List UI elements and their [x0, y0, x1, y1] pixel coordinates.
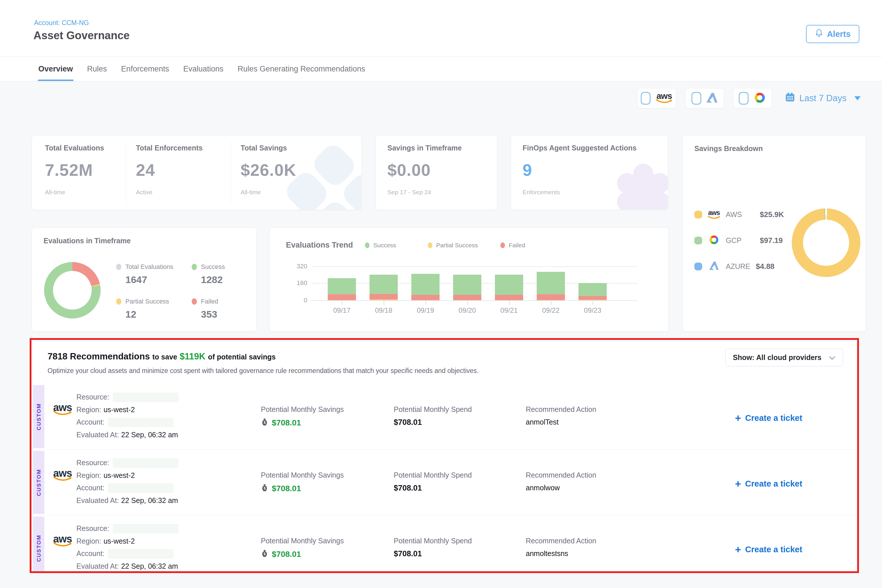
monthly-spend-value: $708.01 — [394, 418, 422, 427]
region-value: us-west-2 — [104, 405, 135, 414]
create-ticket-button[interactable]: + Create a ticket — [735, 479, 802, 489]
svg-text:$: $ — [264, 486, 266, 490]
recommended-action-value: anmoltestsns — [526, 549, 568, 558]
x-axis-label: 09/23 — [572, 306, 613, 315]
tab-bar: Overview Rules Enforcements Evaluations … — [38, 57, 365, 81]
cloud-provider-filter-dropdown[interactable]: Show: All cloud providers — [725, 348, 843, 366]
x-axis-tick — [467, 301, 468, 305]
legend-partial-success: Partial Success 12 — [116, 298, 169, 320]
potential-monthly-spend-column: Potential Monthly Spend $708.01 — [394, 537, 472, 558]
savings-in-timeframe-value: $0.00 — [387, 160, 497, 180]
gcp-icon — [707, 234, 721, 247]
evaluations-donut-chart — [44, 262, 100, 318]
monthly-spend-value: $708.01 — [394, 484, 422, 493]
legend-failed: Failed 353 — [192, 298, 218, 320]
legend-success: Success 1282 — [192, 263, 225, 285]
custom-rule-badge: CUSTOM — [33, 451, 44, 514]
plus-icon: + — [735, 480, 741, 488]
create-ticket-button[interactable]: + Create a ticket — [735, 413, 802, 423]
gcp-savings-value: $97.19 — [760, 236, 783, 245]
redacted-account — [108, 549, 174, 559]
potential-savings-amount: $119K — [180, 351, 206, 362]
recommendation-row[interactable]: CUSTOM aws Resource: Region:us-west-2 Ac… — [33, 384, 856, 450]
recommended-action-value: anmolwow — [526, 484, 560, 492]
filter-provider-azure[interactable] — [686, 88, 724, 108]
monthly-savings-value: $708.01 — [272, 418, 301, 428]
account-breadcrumb[interactable]: Account: CCM-NG — [34, 19, 89, 27]
x-axis-tick — [592, 301, 593, 305]
azure-legend-chip — [694, 262, 702, 270]
potential-monthly-spend-column: Potential Monthly Spend $708.01 — [394, 405, 472, 427]
custom-rule-badge: CUSTOM — [33, 385, 44, 448]
top-bar: Account: CCM-NG Asset Governance Alerts … — [0, 0, 882, 81]
total-evaluations-count: 1647 — [125, 274, 173, 285]
partial-success-count: 12 — [125, 309, 169, 320]
recommended-action-column: Recommended Action anmoltestsns — [526, 537, 596, 558]
evaluations-trend-card: Evaluations Trend Success Partial Succes… — [270, 228, 669, 332]
plus-icon: + — [735, 545, 741, 554]
tab-rules[interactable]: Rules — [87, 57, 107, 81]
x-axis-label: 09/21 — [489, 306, 529, 315]
monthly-savings-value: $708.01 — [272, 484, 301, 493]
alerts-button-label: Alerts — [827, 29, 850, 39]
aws-icon: aws — [52, 405, 73, 416]
recommended-action-value: anmolTest — [526, 418, 559, 426]
filter-provider-gcp[interactable] — [733, 88, 772, 108]
alerts-button[interactable]: Alerts — [806, 25, 860, 43]
aws-icon: aws — [707, 210, 721, 219]
summary-stats-card: Total Evaluations 7.52M All-time Total E… — [32, 135, 362, 210]
resource-details: Resource: Region:us-west-2 Account: Eval… — [76, 522, 178, 572]
region-value: us-west-2 — [104, 471, 135, 479]
savings-breakdown-row-azure: AZURE $4.88 — [694, 259, 774, 273]
resource-details: Resource: Region:us-west-2 Account: Eval… — [76, 391, 178, 441]
region-value: us-west-2 — [104, 537, 135, 545]
recommendations-panel: 7818 Recommendations to save $119K of po… — [33, 342, 856, 573]
aws-savings-value: $25.9K — [760, 210, 784, 219]
recommendations-title: 7818 Recommendations to save $119K of po… — [48, 351, 276, 362]
aws-checkbox[interactable] — [641, 92, 651, 105]
money-bag-icon: $ — [261, 549, 268, 559]
chevron-down-icon — [854, 96, 861, 100]
gcp-icon — [753, 91, 766, 105]
create-ticket-button[interactable]: + Create a ticket — [735, 545, 802, 554]
date-range-picker[interactable]: Last 7 Days — [785, 92, 861, 104]
recommendation-row[interactable]: CUSTOM aws Resource: Region:us-west-2 Ac… — [33, 515, 856, 573]
legend-total-evaluations: Total Evaluations 1647 — [116, 263, 173, 285]
page-title: Asset Governance — [33, 29, 130, 42]
failed-dot — [192, 298, 197, 304]
evaluations-in-timeframe-card: Evaluations in Timeframe Total Evaluatio… — [32, 228, 256, 332]
potential-monthly-savings-column: Potential Monthly Savings $ $708.01 — [261, 471, 344, 494]
money-bag-icon: $ — [261, 484, 268, 494]
tab-rules-generating-recommendations[interactable]: Rules Generating Recommendations — [237, 57, 365, 81]
failed-count: 353 — [201, 309, 218, 320]
recommendations-count: 7818 Recommendations — [48, 351, 150, 362]
savings-in-timeframe-card: Savings in Timeframe $0.00 Sep 17 - Sep … — [376, 135, 497, 210]
total-enforcements-value: 24 — [136, 160, 230, 180]
savings-breakdown-donut-chart — [792, 208, 860, 277]
tab-enforcements[interactable]: Enforcements — [121, 57, 169, 81]
evaluated-at-value: 22 Sep, 06:32 am — [121, 496, 178, 504]
success-dot — [192, 264, 197, 270]
date-range-label: Last 7 Days — [799, 93, 846, 104]
savings-breakdown-row-gcp: GCP $97.19 — [694, 233, 783, 248]
gcp-checkbox[interactable] — [739, 92, 748, 105]
x-axis-tick — [384, 301, 384, 305]
recommendations-description: Optimize your cloud assets and minimize … — [48, 367, 479, 375]
partial-success-dot — [116, 298, 122, 304]
aws-icon: aws — [655, 93, 673, 104]
redacted-resource — [113, 393, 178, 402]
flower-watermark-icon — [610, 159, 668, 210]
azure-savings-value: $4.88 — [756, 262, 774, 271]
savings-breakdown-card: Savings Breakdown aws AWS $25.9K GCP $97… — [682, 135, 866, 332]
tab-evaluations[interactable]: Evaluations — [183, 57, 224, 81]
tab-overview[interactable]: Overview — [38, 57, 73, 81]
potential-monthly-savings-column: Potential Monthly Savings $ $708.01 — [261, 405, 344, 428]
stat-total-savings: Total Savings $26.0K All-time — [231, 136, 362, 210]
recommended-action-column: Recommended Action anmolwow — [526, 471, 596, 492]
success-count: 1282 — [201, 274, 225, 285]
potential-monthly-savings-column: Potential Monthly Savings $ $708.01 — [261, 537, 344, 559]
aws-icon: aws — [52, 470, 73, 482]
recommendation-row[interactable]: CUSTOM aws Resource: Region:us-west-2 Ac… — [33, 450, 856, 515]
azure-checkbox[interactable] — [692, 92, 701, 105]
filter-provider-aws[interactable]: aws — [638, 88, 676, 108]
